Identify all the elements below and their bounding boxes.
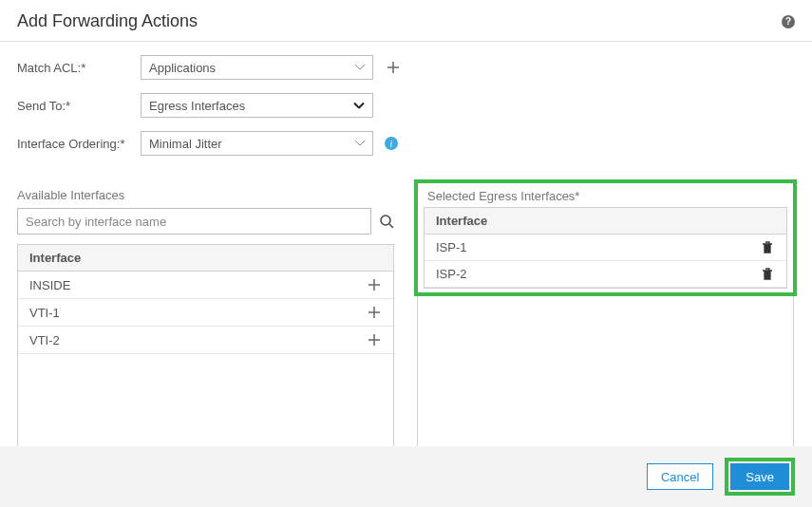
match-acl-row: Match ACL:* Applications [17,55,795,80]
search-icon[interactable] [379,214,394,229]
chevron-down-icon [355,65,365,70]
available-list-header: Interface [18,245,393,272]
chevron-down-icon [355,141,365,146]
add-icon[interactable] [367,305,382,320]
interface-ordering-label: Interface Ordering:* [17,137,141,151]
available-interfaces-title: Available Interfaces [17,188,394,202]
list-item[interactable]: VTI-1 [18,299,393,327]
cancel-button[interactable]: Cancel [647,463,713,490]
svg-line-1 [389,224,393,228]
interface-ordering-value: Minimal Jitter [149,137,222,151]
highlight-annotation: Selected Egress Interfaces* Interface IS… [414,179,797,296]
list-item[interactable]: INSIDE [18,272,393,299]
interface-name: INSIDE [29,278,70,292]
interface-name: VTI-1 [29,306,60,320]
svg-rect-3 [765,271,770,279]
send-to-label: Send To:* [17,99,141,113]
list-item[interactable]: VTI-2 [18,327,393,354]
selected-list-header: Interface [425,208,786,235]
match-acl-select[interactable]: Applications [141,55,373,80]
info-icon[interactable]: i [385,137,398,150]
trash-icon[interactable] [762,268,775,281]
dialog-footer: Cancel Save [0,446,812,507]
add-acl-button[interactable] [385,59,402,76]
interface-name: ISP-1 [436,240,467,254]
chevron-down-icon [353,103,365,109]
available-interfaces-panel: Available Interfaces Interface INSIDE [17,182,394,450]
save-button[interactable]: Save [730,463,789,490]
highlight-annotation: Save [725,458,795,496]
interface-name: VTI-2 [29,333,60,347]
send-to-row: Send To:* Egress Interfaces [17,93,795,118]
help-icon[interactable]: ? [782,15,795,28]
match-acl-label: Match ACL:* [17,61,141,75]
match-acl-value: Applications [149,61,216,75]
selected-interfaces-title: Selected Egress Interfaces* [427,189,787,203]
interface-name: ISP-2 [436,267,467,281]
trash-icon[interactable] [762,241,775,254]
dialog-header: Add Forwarding Actions ? [0,0,812,42]
add-icon[interactable] [367,277,382,292]
list-item[interactable]: ISP-2 [425,261,786,288]
search-input[interactable] [17,208,371,235]
svg-point-0 [381,216,390,225]
send-to-value: Egress Interfaces [149,99,245,113]
selected-interfaces-panel: Selected Egress Interfaces* Interface IS… [417,182,794,450]
selected-interfaces-list: Interface ISP-1 ISP-2 [424,207,787,289]
send-to-select[interactable]: Egress Interfaces [141,93,373,118]
available-interfaces-list: Interface INSIDE VTI-1 VTI-2 [17,244,394,450]
svg-rect-2 [765,244,770,253]
list-item[interactable]: ISP-1 [425,235,786,261]
interface-ordering-select[interactable]: Minimal Jitter [141,131,373,156]
dialog-title: Add Forwarding Actions [17,11,198,31]
add-icon[interactable] [367,332,382,347]
interface-ordering-row: Interface Ordering:* Minimal Jitter i [17,131,795,156]
